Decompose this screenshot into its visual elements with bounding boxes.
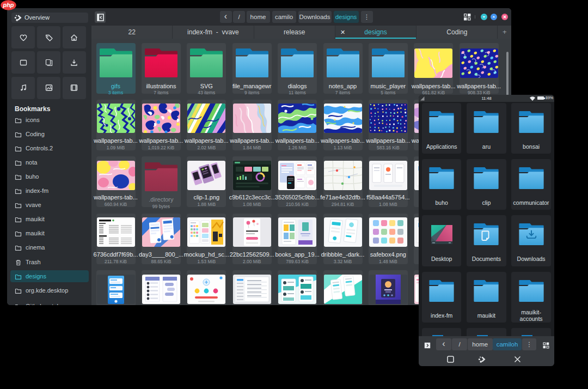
svg-text:php: php <box>2 2 14 8</box>
